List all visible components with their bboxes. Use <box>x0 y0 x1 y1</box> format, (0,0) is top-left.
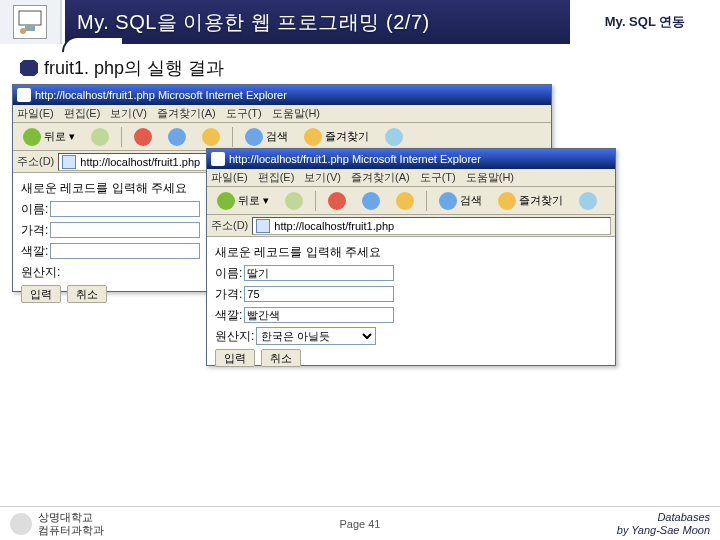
back-label: 뒤로 <box>44 129 66 144</box>
separator <box>426 191 427 211</box>
menu-tools[interactable]: 도구(T) <box>226 106 262 121</box>
input-name[interactable] <box>244 265 394 281</box>
label-color: 색깔: <box>21 243 48 260</box>
menu-help[interactable]: 도움말(H) <box>272 106 320 121</box>
forward-icon <box>285 192 303 210</box>
label-origin: 원산지: <box>21 264 60 281</box>
media-icon <box>385 128 403 146</box>
search-icon <box>439 192 457 210</box>
page-icon <box>62 155 76 169</box>
footer-org-line2: 컴퓨터과학과 <box>38 524 104 536</box>
presenter-icon <box>13 5 47 39</box>
footer-org-line1: 상명대학교 <box>38 511 104 523</box>
search-button[interactable]: 검색 <box>239 126 294 148</box>
stop-button[interactable] <box>322 190 352 212</box>
back-icon <box>217 192 235 210</box>
footer-credit-line2: by Yang-Sae Moon <box>617 524 710 536</box>
ie-icon <box>211 152 225 166</box>
menu-bar: 파일(E) 편집(E) 보기(V) 즐겨찾기(A) 도구(T) 도움말(H) <box>13 105 551 123</box>
stop-icon <box>328 192 346 210</box>
menu-edit[interactable]: 편집(E) <box>258 170 295 185</box>
home-icon <box>396 192 414 210</box>
bullet-icon <box>20 60 38 76</box>
forward-icon <box>91 128 109 146</box>
menu-edit[interactable]: 편집(E) <box>64 106 101 121</box>
menu-file[interactable]: 파일(E) <box>17 106 54 121</box>
browser-window-2: http://localhost/fruit1.php Microsoft In… <box>206 148 616 366</box>
svg-point-2 <box>20 28 26 34</box>
back-button[interactable]: 뒤로▾ <box>211 190 275 212</box>
submit-button[interactable]: 입력 <box>21 285 61 303</box>
input-color[interactable] <box>50 243 200 259</box>
label-price: 가격: <box>21 222 48 239</box>
menu-view[interactable]: 보기(V) <box>110 106 147 121</box>
url-text: http://localhost/fruit1.php <box>274 220 394 232</box>
menu-tools[interactable]: 도구(T) <box>420 170 456 185</box>
stop-icon <box>134 128 152 146</box>
input-price[interactable] <box>244 286 394 302</box>
label-name: 이름: <box>215 265 242 282</box>
toolbar: 뒤로▾ 검색 즐겨찾기 <box>13 123 551 151</box>
home-button[interactable] <box>196 126 226 148</box>
search-label: 검색 <box>460 193 482 208</box>
menu-view[interactable]: 보기(V) <box>304 170 341 185</box>
home-button[interactable] <box>390 190 420 212</box>
separator <box>121 127 122 147</box>
label-name: 이름: <box>21 201 48 218</box>
back-button[interactable]: 뒤로▾ <box>17 126 81 148</box>
university-logo-icon <box>10 513 32 535</box>
footer-credit: Databases by Yang-Sae Moon <box>617 511 710 535</box>
refresh-icon <box>362 192 380 210</box>
stop-button[interactable] <box>128 126 158 148</box>
back-icon <box>23 128 41 146</box>
slide-title-bar: My. SQL을 이용한 웹 프로그래밍 (2/7) <box>62 0 570 44</box>
refresh-button[interactable] <box>356 190 386 212</box>
address-label: 주소(D) <box>17 154 54 169</box>
input-name[interactable] <box>50 201 200 217</box>
forward-button[interactable] <box>279 190 309 212</box>
menu-help[interactable]: 도움말(H) <box>466 170 514 185</box>
back-label: 뒤로 <box>238 193 260 208</box>
form-prompt: 새로운 레코드를 입력해 주세요 <box>21 180 187 197</box>
media-button[interactable] <box>573 190 603 212</box>
search-button[interactable]: 검색 <box>433 190 488 212</box>
page-number: Page 41 <box>340 518 381 530</box>
titlebar[interactable]: http://localhost/fruit1.php Microsoft In… <box>207 149 615 169</box>
menu-file[interactable]: 파일(E) <box>211 170 248 185</box>
url-text: http://localhost/fruit1.php <box>80 156 200 168</box>
address-label: 주소(D) <box>211 218 248 233</box>
menu-bar: 파일(E) 편집(E) 보기(V) 즐겨찾기(A) 도구(T) 도움말(H) <box>207 169 615 187</box>
address-input[interactable]: http://localhost/fruit1.php <box>252 217 611 235</box>
media-icon <box>579 192 597 210</box>
home-icon <box>202 128 220 146</box>
cancel-button[interactable]: 취소 <box>261 349 301 367</box>
cancel-button[interactable]: 취소 <box>67 285 107 303</box>
forward-button[interactable] <box>85 126 115 148</box>
star-icon <box>498 192 516 210</box>
favorites-button[interactable]: 즐겨찾기 <box>298 126 375 148</box>
toolbar: 뒤로▾ 검색 즐겨찾기 <box>207 187 615 215</box>
fav-label: 즐겨찾기 <box>519 193 563 208</box>
separator <box>232 127 233 147</box>
footer-org: 상명대학교 컴퓨터과학과 <box>38 511 104 535</box>
submit-button[interactable]: 입력 <box>215 349 255 367</box>
slide-title: My. SQL을 이용한 웹 프로그래밍 (2/7) <box>77 9 430 36</box>
menu-fav[interactable]: 즐겨찾기(A) <box>351 170 410 185</box>
address-bar: 주소(D) http://localhost/fruit1.php <box>207 215 615 237</box>
window-title: http://localhost/fruit1.php Microsoft In… <box>35 89 547 101</box>
titlebar[interactable]: http://localhost/fruit1.php Microsoft In… <box>13 85 551 105</box>
media-button[interactable] <box>379 126 409 148</box>
page-icon <box>256 219 270 233</box>
favorites-button[interactable]: 즐겨찾기 <box>492 190 569 212</box>
input-color[interactable] <box>244 307 394 323</box>
fav-label: 즐겨찾기 <box>325 129 369 144</box>
refresh-button[interactable] <box>162 126 192 148</box>
chevron-down-icon: ▾ <box>69 130 75 143</box>
select-origin[interactable]: 한국은 아닐듯 <box>256 327 376 345</box>
menu-fav[interactable]: 즐겨찾기(A) <box>157 106 216 121</box>
slide-subtitle: My. SQL 연동 <box>605 13 685 31</box>
input-price[interactable] <box>50 222 200 238</box>
slide-subtitle-box: My. SQL 연동 <box>570 0 720 44</box>
search-label: 검색 <box>266 129 288 144</box>
search-icon <box>245 128 263 146</box>
